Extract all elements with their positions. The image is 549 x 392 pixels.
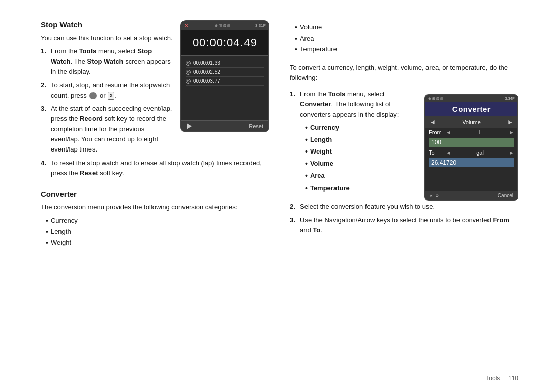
conv-status-icons: ⊕ ⊞ ⊡ ▤ [428,97,444,101]
left-column: ✕ ⊕ ◫ ⊡ ▤ 3:31P 00:00:04.49 [41,20,269,377]
converter-heading: Converter [41,190,269,198]
conv-from-label: From [429,129,444,135]
battery-icon: ⊡ [223,24,226,28]
footer-tools-label: Tools [485,375,500,382]
converter-bullet-list: Currency Length Weight [41,216,269,249]
step-1-content: From the Tools menu, select Stop Watch. … [51,46,173,77]
status-time: 3:31P [255,23,266,28]
right-step-1-content: From the Tools menu, select Converter. T… [300,89,417,198]
step-4-content: To reset the stop watch and to erase all… [51,158,269,178]
right-step-3-content: Use the Navigation/Arrow keys to select … [300,215,518,235]
conv-to-left-arrow: ◄ [446,149,451,156]
stopwatch-section: ✕ ⊕ ◫ ⊡ ▤ 3:31P 00:00:04.49 [41,20,269,182]
converter-bold: Converter [300,100,331,108]
conv-to-row: To ◄ gal ► [425,148,517,157]
right-steps-area: ⊕ ⊞ ⊡ ▤ 3:34P Converter ◄ Volume ► From [290,89,518,238]
conv-status-bar: ⊕ ⊞ ⊡ ▤ 3:34P [425,95,517,102]
stopwatch-step-2: 2. To start, stop, and resume the stopwa… [41,80,173,101]
conv-volume-label: Volume [462,119,481,125]
conv-from-left-arrow: ◄ [446,129,451,135]
conv-dots: « » [430,193,440,198]
bold-bullet-weight: Weight [305,146,417,158]
conv-bottom-bar: « » Cancel [425,191,517,200]
lap-icon-2 [186,70,191,75]
bullet-temperature: Temperature [295,44,518,55]
conv-signal2-icon: ▤ [440,97,444,101]
lap-icon-1 [186,61,191,66]
stopwatch-step-3: 3. At the start of each succeeding event… [41,104,173,155]
x-key-icon: x [108,92,114,100]
step-4-num: 4. [41,158,48,178]
conv-result: 26.41720 [429,158,514,167]
status-icons: ⊕ ◫ ⊡ ▤ [215,24,231,28]
conv-to-right-arrow: ► [509,149,514,156]
stopwatch-lap-list: 00:00:01.33 00:00:02.52 00:00:03.77 [181,56,268,120]
conv-status-time: 3:34P [505,96,515,101]
bullet-volume: Volume [295,22,518,34]
stopwatch-step-1: 1. From the Tools menu, select Stop Watc… [41,46,173,77]
bullet-length: Length [46,227,269,238]
reset-bold: Reset [80,169,98,177]
bold-bullet-area: Area [305,170,417,183]
lap-time-1: 00:00:01.33 [193,60,220,66]
svg-point-0 [187,62,189,64]
svg-point-1 [187,71,189,73]
more-bullets-list: Volume Area Temperature [290,22,518,55]
conv-left-arrow: ◄ [430,118,436,126]
conv-from-row: From ◄ L ► [425,128,517,137]
bold-bullet-length: Length [305,134,417,146]
conv-to-value-row: ◄ gal ► [446,149,514,156]
converter-section: Converter The conversion menu provides t… [41,190,269,252]
close-icon: ✕ [184,23,188,28]
right-step-1-num: 1. [290,89,297,198]
conv-from-right-arrow: ► [509,129,514,135]
conv-from-value-row: ◄ L ► [446,129,514,135]
converter-intro: The conversion menu provides the followi… [41,202,269,213]
circle-button-icon [89,92,97,99]
conv-cancel-label: Cancel [498,193,513,198]
conv-signal-icon: ⊕ [428,97,431,101]
lap-icon-3 [186,79,191,84]
right-more-bullets: Volume Area Temperature [290,20,518,58]
stopwatch-bold-2: Stop Watch [87,57,124,65]
conv-to-unit: gal [476,149,484,156]
bold-bullet-currency: Currency [305,122,417,134]
step-2-content: To start, stop, and resume the stopwatch… [51,80,173,101]
right-column: Volume Area Temperature To convert a cur… [290,20,518,377]
bullet-area: Area [295,34,518,45]
step-3-num: 3. [41,104,48,155]
signal2-icon: ▤ [227,24,231,28]
stopwatch-device-screenshot: ✕ ⊕ ◫ ⊡ ▤ 3:31P 00:00:04.49 [180,20,269,132]
converter-bold-bullet-list: Currency Length Weight Volume Area Tempe… [300,122,417,195]
bullet-weight: Weight [46,237,269,249]
right-step-3-num: 3. [290,215,297,235]
footer-page-number: 110 [508,375,518,382]
conv-title: Converter [425,102,517,116]
lap-item-1: 00:00:01.33 [186,58,264,68]
lap-time-2: 00:00:02.52 [193,69,220,75]
bold-bullet-temperature: Temperature [305,183,417,195]
stopwatch-bottom-bar: Reset [181,120,268,131]
stopwatch-main-time: 00:00:04.49 [181,30,268,56]
page-footer: Tools 110 [485,375,518,382]
lap-time-3: 00:00:03.77 [193,78,220,84]
from-bold: From [493,216,509,224]
step-3-content: At the start of each succeeding event/la… [51,104,173,155]
to-bold: To [313,226,320,234]
signal-icon: ⊕ [215,24,218,28]
right-intro: To convert a currency, length, weight, v… [290,63,518,83]
lap-item-2: 00:00:02.52 [186,68,264,77]
bold-bullet-volume: Volume [305,158,417,170]
conv-to-label: To [429,149,444,156]
right-step-2-num: 2. [290,202,297,212]
stopwatch-status-bar: ✕ ⊕ ◫ ⊡ ▤ 3:31P [181,21,268,30]
stopwatch-step-4: 4. To reset the stop watch and to erase … [41,158,269,178]
play-icon [187,123,192,129]
reset-label: Reset [249,123,263,129]
conv-wifi-icon: ⊞ [432,97,435,101]
tools-bold-right: Tools [328,90,346,98]
right-step-2: 2. Select the conversion feature you wis… [290,202,518,212]
conv-right-arrow: ► [507,118,513,126]
right-step-3: 3. Use the Navigation/Arrow keys to sele… [290,215,518,235]
conv-from-unit: L [478,129,481,135]
